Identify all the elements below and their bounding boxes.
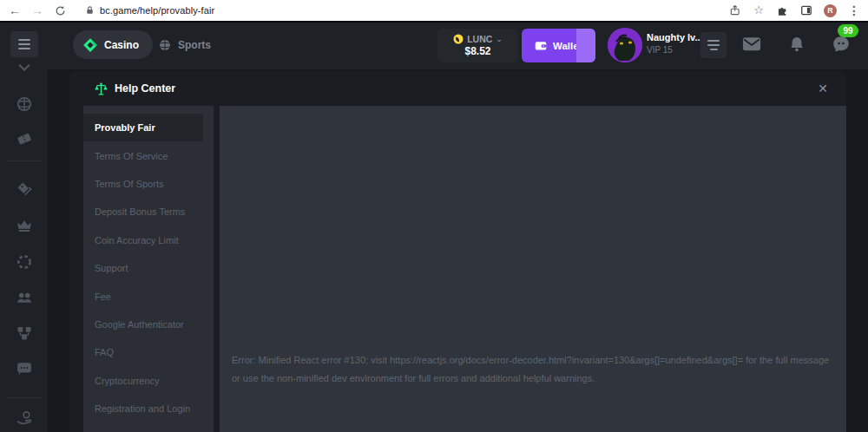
crown-icon[interactable] — [16, 217, 33, 234]
avatar-image — [608, 28, 642, 62]
chat-icon[interactable] — [832, 35, 851, 54]
react-error-message: Error: Minified React error #130; visit … — [232, 351, 832, 388]
left-sidebar — [0, 23, 48, 432]
help-menu-item-bcgame-policy[interactable]: BCGame Policy — [83, 422, 214, 432]
help-content-panel: Error: Minified React error #130; visit … — [220, 106, 846, 432]
rail-divider — [6, 397, 42, 398]
help-menu-item-deposit-bonus-terms[interactable]: Deposit Bonus Terms — [83, 198, 214, 226]
bonus-circle-icon[interactable] — [16, 253, 33, 271]
coin-icon — [453, 34, 464, 44]
rail-chat-icon[interactable] — [16, 360, 33, 377]
profile-avatar[interactable]: R — [824, 4, 837, 17]
help-menu-item-provably-fair[interactable]: Provably Fair — [83, 114, 203, 141]
app-header: Casino Sports LUNC ⌄ $8.52 — [48, 23, 868, 69]
help-menu-item-fee[interactable]: Fee — [83, 282, 214, 310]
wallet-icon — [534, 39, 548, 52]
scales-icon — [94, 82, 108, 96]
browser-toolbar: ← → bc.game/help/provably-fair ☆ R ⋮ — [0, 0, 868, 21]
bc-logo-icon — [82, 37, 98, 53]
star-icon[interactable]: ☆ — [753, 0, 764, 21]
user-avatar[interactable] — [608, 28, 642, 62]
cashback-icon[interactable] — [16, 409, 33, 427]
help-menu-item-google-authenticator[interactable]: Google Authenticator — [83, 311, 214, 338]
list-menu-button[interactable] — [700, 32, 727, 58]
currency-code: LUNC — [467, 34, 492, 44]
help-menu-item-registration-and-login[interactable]: Registration and Login — [83, 395, 214, 422]
tab-sports[interactable]: Sports — [149, 30, 220, 59]
forward-icon[interactable]: → — [31, 0, 43, 21]
extensions-icon[interactable] — [776, 4, 788, 16]
currency-selector[interactable]: LUNC ⌄ $8.52 — [437, 29, 518, 62]
help-menu-item-terms-of-service[interactable]: Terms Of Service — [83, 141, 214, 169]
bet-ticket-icon[interactable] — [16, 130, 33, 147]
rail-divider — [6, 160, 42, 161]
lock-icon[interactable] — [85, 5, 95, 16]
help-menu-item-terms-of-sports[interactable]: Terms Of Sports — [83, 170, 214, 198]
modal-title: Help Center — [115, 82, 175, 95]
tab-casino[interactable]: Casino — [73, 30, 153, 59]
chat-unread-badge: 99 — [838, 24, 858, 37]
tags-icon[interactable] — [16, 180, 33, 198]
sidebar-toggle-button[interactable] — [10, 31, 38, 57]
help-center-modal: Help Center ✕ Provably Fair Terms Of Ser… — [69, 71, 846, 432]
help-menu-item-coin-accuracy-limit[interactable]: Coin Accuracy Limit — [83, 226, 214, 254]
chevron-down-icon: ⌄ — [496, 35, 503, 43]
friends-icon[interactable] — [16, 289, 33, 306]
modal-header: Help Center ✕ — [69, 71, 846, 106]
bc-game-app: Casino Sports LUNC ⌄ $8.52 — [0, 21, 868, 432]
tab-sports-label: Sports — [178, 39, 211, 51]
rail-chevron-icon[interactable] — [16, 62, 33, 73]
back-icon[interactable]: ← — [9, 0, 21, 21]
close-icon[interactable]: ✕ — [815, 81, 831, 96]
help-menu-item-cryptocurrency[interactable]: Cryptocurrency — [83, 367, 214, 395]
user-name[interactable]: Naughty Iv... — [647, 32, 700, 43]
sports-ball-icon — [158, 38, 172, 52]
tab-casino-label: Casino — [104, 39, 139, 51]
bell-icon[interactable] — [788, 35, 806, 54]
share-icon[interactable] — [729, 4, 741, 16]
sports-ball-icon[interactable] — [16, 95, 33, 113]
help-menu: Provably Fair Terms Of Service Terms Of … — [83, 106, 214, 432]
help-menu-item-faq[interactable]: FAQ — [83, 338, 214, 366]
help-menu-item-support[interactable]: Support — [83, 254, 214, 282]
url-bar[interactable]: bc.game/help/provably-fair — [100, 5, 214, 16]
staking-icon[interactable] — [16, 324, 33, 342]
kebab-menu-icon[interactable]: ⋮ — [848, 0, 860, 21]
mail-icon[interactable] — [742, 35, 761, 54]
side-panel-icon[interactable] — [800, 4, 812, 16]
wallet-button-split — [576, 29, 595, 62]
balance-amount: $8.52 — [464, 45, 490, 57]
refresh-icon[interactable] — [55, 5, 66, 16]
user-vip-level: VIP 15 — [647, 45, 673, 55]
wallet-button[interactable]: Wallet — [522, 29, 595, 62]
